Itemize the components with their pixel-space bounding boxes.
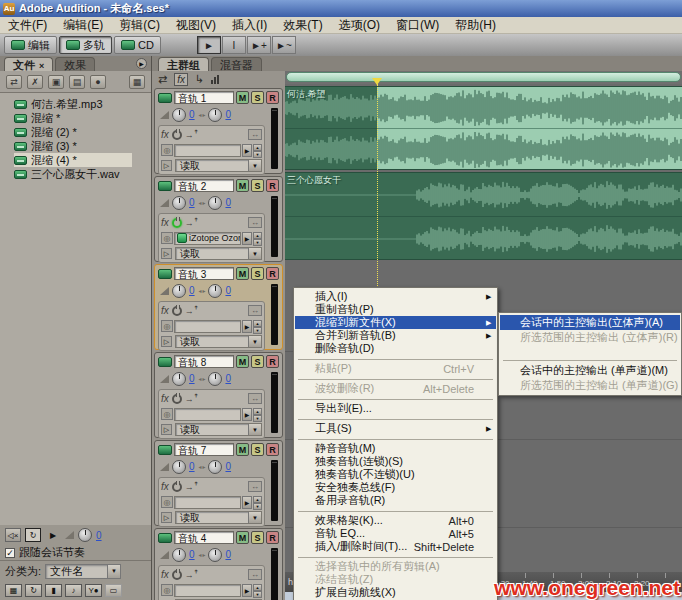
fx-slot-spinner[interactable]: ▲▼ [253, 320, 262, 333]
file-list-item[interactable]: 三个心愿女干.wav [14, 167, 151, 181]
volume-knob[interactable] [172, 108, 186, 122]
audio-clip[interactable]: 三个心愿女干 [285, 172, 682, 260]
extra-button[interactable]: ▭ [105, 584, 122, 597]
preview-volume-value[interactable]: 0 [96, 530, 102, 541]
file-list-item[interactable]: 混缩 (2) * [14, 125, 151, 139]
tool-button[interactable]: ► [197, 36, 221, 54]
sort-select[interactable]: 文件名▼ [45, 564, 121, 579]
fx-power-button[interactable] [172, 482, 182, 492]
track-name-field[interactable]: 音轨 3 [174, 267, 234, 280]
volume-value[interactable]: 0 [189, 461, 195, 472]
chevron-down-icon[interactable]: ▼ [107, 565, 120, 578]
fx-power-button[interactable] [172, 218, 182, 228]
fx-prepost-button[interactable]: →ꜛ [185, 570, 199, 580]
view-mode-button[interactable]: 编辑 [4, 36, 57, 54]
playhead-marker-icon[interactable] [372, 78, 382, 85]
automation-mode-select[interactable]: 读取▼ [175, 247, 262, 260]
mute-button[interactable]: M [236, 531, 249, 544]
solo-button[interactable]: S [251, 179, 264, 192]
record-arm-button[interactable]: R [266, 267, 279, 280]
chevron-down-icon[interactable]: ▼ [248, 424, 261, 435]
automation-expand-icon[interactable]: ▷ [161, 160, 172, 171]
menu-bar-item[interactable]: 效果(T) [275, 17, 330, 34]
file-list-item[interactable]: 何洁.希望.mp3 [14, 97, 151, 111]
menu-bar-item[interactable]: 插入(I) [224, 17, 275, 34]
file-list-item[interactable]: 混缩 (4) * [14, 153, 132, 167]
tool-button[interactable]: ►+ [247, 36, 271, 54]
automation-mode-select[interactable]: 读取▼ [175, 423, 262, 436]
solo-button[interactable]: S [251, 531, 264, 544]
close-tab-icon[interactable]: × [39, 61, 44, 71]
context-menu-item[interactable]: 导出到(E)... ▶ [295, 402, 496, 415]
freeze-track-button[interactable]: ↔ [248, 569, 262, 580]
track-name-field[interactable]: 音轨 2 [174, 179, 234, 192]
automation-expand-icon[interactable]: ▷ [161, 336, 172, 347]
fx-slot-field[interactable] [174, 144, 241, 157]
mute-preview-icon[interactable]: ◁× [5, 528, 21, 542]
fx-slot-arrow[interactable]: ▶ [242, 232, 252, 245]
pan-value[interactable]: 0 [225, 373, 231, 384]
fx-slot-field[interactable] [174, 496, 241, 509]
view-mode-button[interactable]: CD [114, 36, 161, 54]
mute-button[interactable]: M [236, 355, 249, 368]
submenu-item[interactable]: 所选范围的主控输出 (立体声)(R) [500, 330, 680, 345]
freeze-track-button[interactable]: ↔ [248, 305, 262, 316]
fx-slot-field[interactable] [174, 408, 241, 421]
automation-expand-icon[interactable]: ▷ [161, 512, 172, 523]
fx-slot-power-icon[interactable]: ◎ [161, 408, 173, 420]
menu-bar-item[interactable]: 窗口(W) [388, 17, 447, 34]
fx-slot-spinner[interactable]: ▲▼ [253, 408, 262, 421]
record-arm-button[interactable]: R [266, 91, 279, 104]
context-menu-item[interactable]: 工具(S) ▶ [295, 422, 496, 435]
volume-knob[interactable] [172, 284, 186, 298]
fx-slot-arrow[interactable]: ▶ [242, 496, 252, 509]
menu-bar-item[interactable]: 文件(F) [0, 17, 55, 34]
context-menu-item[interactable]: 波纹删除(R) Alt+Delete ▶ [295, 382, 496, 395]
context-menu-item[interactable]: 粘贴(P) Ctrl+V ▶ [295, 362, 496, 375]
show-video-button[interactable]: ▮ [45, 584, 62, 597]
freeze-track-button[interactable]: ↔ [248, 129, 262, 140]
fx-slot-arrow[interactable]: ▶ [242, 584, 252, 597]
chevron-down-icon[interactable]: ▼ [248, 248, 261, 259]
pan-value[interactable]: 0 [225, 549, 231, 560]
insert-cd-button[interactable]: ▤ [69, 75, 85, 89]
pan-value[interactable]: 0 [225, 285, 231, 296]
context-menu-item[interactable]: ▶ [298, 376, 493, 380]
solo-button[interactable]: S [251, 91, 264, 104]
tab-files[interactable]: 文件× [4, 57, 53, 71]
fx-power-button[interactable] [172, 306, 182, 316]
context-menu-item[interactable]: ▶ [298, 436, 493, 440]
context-menu-item[interactable]: 插入/删除时间(T)... Shift+Delete ▶ [295, 540, 496, 553]
filter-button[interactable]: Y● [85, 584, 102, 597]
fx-prepost-button[interactable]: →ꜛ [185, 218, 199, 228]
io-swap-icon[interactable]: ⇄ [158, 73, 167, 86]
track-name-field[interactable]: 音轨 4 [174, 531, 234, 544]
fx-prepost-button[interactable]: →ꜛ [185, 394, 199, 404]
show-midi-button[interactable]: ♪ [65, 584, 82, 597]
fx-view-icon[interactable]: fx [174, 73, 188, 86]
context-menu-item[interactable]: ▶ [298, 416, 493, 420]
panel-menu-icon[interactable]: ▶ [136, 58, 147, 69]
automation-mode-select[interactable]: 读取▼ [175, 335, 262, 348]
freeze-track-button[interactable]: ↔ [248, 393, 262, 404]
pan-knob[interactable] [208, 108, 222, 122]
fx-slot-arrow[interactable]: ▶ [242, 408, 252, 421]
track-name-field[interactable]: 音轨 1 [174, 91, 234, 104]
fx-slot-power-icon[interactable]: ◎ [161, 232, 173, 244]
fx-power-button[interactable] [172, 394, 182, 404]
volume-knob[interactable] [172, 196, 186, 210]
tool-button[interactable]: ►~ [272, 36, 296, 54]
file-list-item[interactable]: 混缩 (3) * [14, 139, 151, 153]
close-file-button[interactable]: ✗ [27, 75, 43, 89]
fx-prepost-button[interactable]: →ꜛ [185, 130, 199, 140]
automation-expand-icon[interactable]: ▷ [161, 424, 172, 435]
record-button[interactable]: ● [90, 75, 106, 89]
volume-value[interactable]: 0 [189, 285, 195, 296]
bus-routing-icon[interactable]: ↳ [195, 73, 204, 86]
fx-prepost-button[interactable]: →ꜛ [185, 482, 199, 492]
automation-mode-select[interactable]: 读取▼ [175, 159, 262, 172]
fx-slot-arrow[interactable]: ▶ [242, 320, 252, 333]
eq-view-icon[interactable] [211, 75, 219, 84]
play-preview-button[interactable]: ▶ [45, 528, 61, 542]
fx-prepost-button[interactable]: →ꜛ [185, 306, 199, 316]
